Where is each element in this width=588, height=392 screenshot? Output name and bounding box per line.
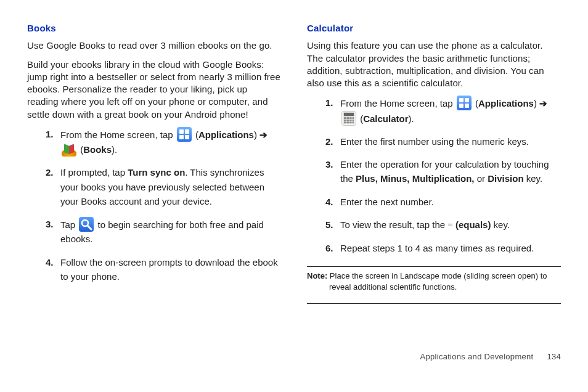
svg-rect-9 [465, 104, 469, 108]
books-step-3: Tap to begin searching for both free and… [46, 217, 281, 247]
svg-rect-10 [344, 112, 354, 116]
calc-step-5: To view the result, tap the = (equals) k… [325, 218, 561, 232]
svg-rect-20 [346, 121, 349, 123]
svg-rect-18 [353, 119, 354, 121]
svg-rect-12 [346, 117, 349, 119]
calc-step-3: Enter the operation for your calculation… [325, 157, 561, 186]
calculator-label: Calculator [363, 113, 408, 124]
books-icon [62, 142, 76, 157]
svg-rect-16 [346, 119, 349, 121]
calculator-intro: Using this feature you can use the phone… [307, 39, 561, 89]
calc-step-2: Enter the first number using the numeric… [325, 134, 561, 149]
svg-rect-21 [349, 121, 352, 123]
note-separator-top [307, 266, 561, 267]
svg-rect-1 [185, 129, 189, 134]
books-intro-2: Build your ebooks library in the cloud w… [27, 59, 281, 121]
calculator-heading: Calculator [307, 22, 561, 35]
svg-rect-11 [344, 117, 346, 119]
svg-rect-6 [459, 98, 463, 102]
page-footer: Applications and Development 134 [420, 351, 561, 362]
calc-step-4: Enter the next number. [325, 195, 561, 209]
svg-rect-13 [349, 117, 352, 119]
books-label: Books [83, 144, 112, 155]
right-column: Calculator Using this feature you can us… [307, 22, 561, 367]
svg-rect-2 [179, 135, 184, 139]
svg-rect-17 [349, 119, 352, 121]
svg-rect-14 [353, 117, 354, 119]
books-step-1: From the Home screen, tap (Applications)… [46, 127, 281, 157]
arrow-icon: ➔ [259, 129, 267, 140]
arrow-icon: ➔ [539, 98, 547, 108]
note-separator-bottom [307, 303, 561, 304]
svg-rect-19 [344, 121, 346, 123]
calculator-icon [341, 111, 356, 126]
books-step-2: If prompted, tap Turn sync on. This sync… [46, 165, 281, 208]
note-block: Note: Place the screen in Landscape mode… [307, 271, 561, 292]
calc-step-6: Repeat steps 1 to 4 as many times as req… [325, 241, 561, 255]
svg-rect-8 [459, 104, 463, 108]
svg-rect-3 [185, 135, 189, 139]
books-step-4: Follow the on-screen prompts to download… [46, 255, 281, 284]
books-intro-1: Use Google Books to read over 3 million … [27, 39, 281, 52]
applications-label: Applications [198, 129, 254, 140]
svg-rect-22 [353, 121, 354, 123]
books-steps: From the Home screen, tap (Applications)… [46, 127, 281, 284]
calc-step-1: From the Home screen, tap (Applications)… [325, 96, 561, 126]
footer-page-number: 134 [547, 352, 561, 361]
svg-line-5 [88, 226, 91, 229]
svg-rect-15 [344, 119, 346, 121]
note-label: Note: [307, 271, 330, 280]
search-icon [79, 217, 94, 232]
footer-section: Applications and Development [420, 352, 533, 361]
calculator-steps: From the Home screen, tap (Applications)… [325, 96, 561, 255]
note-text: Place the screen in Landscape mode (slid… [329, 271, 547, 292]
svg-rect-0 [179, 129, 184, 134]
books-heading: Books [27, 22, 281, 35]
applications-icon [457, 96, 472, 110]
left-column: Books Use Google Books to read over 3 mi… [27, 22, 281, 367]
svg-rect-7 [465, 98, 469, 102]
applications-label: Applications [478, 98, 534, 108]
applications-icon [177, 127, 192, 142]
